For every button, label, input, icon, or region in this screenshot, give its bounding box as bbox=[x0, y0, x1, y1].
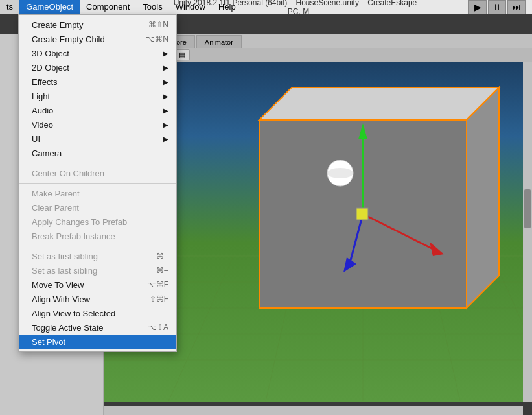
menu-item-clear-parent[interactable]: Clear Parent bbox=[19, 200, 176, 215]
arrow-icon: ▶ bbox=[163, 107, 168, 114]
menubar-item-gameobject[interactable]: GameObject bbox=[19, 0, 80, 14]
menubar-item-help[interactable]: Help bbox=[212, 0, 242, 14]
menu-item-video[interactable]: Video ▶ bbox=[19, 117, 176, 132]
menu-item-center-on-children[interactable]: Center On Children bbox=[19, 166, 176, 180]
menubar-item-window[interactable]: Window bbox=[169, 0, 212, 14]
menu-item-first-sibling[interactable]: Set as first sibling ⌘= bbox=[19, 249, 176, 263]
svg-marker-12 bbox=[467, 88, 499, 308]
menubar-item-tools[interactable]: Tools bbox=[136, 0, 168, 14]
separator-1 bbox=[19, 163, 176, 163]
separator-2 bbox=[19, 183, 176, 184]
step-button[interactable]: ⏭ bbox=[507, 0, 526, 14]
scrollbar-thumb-v[interactable] bbox=[524, 189, 531, 228]
menu-item-align-with-view[interactable]: Align With View ⇧⌘F bbox=[19, 292, 176, 306]
menu-item-toggle-active[interactable]: Toggle Active State ⌥⇧A bbox=[19, 320, 176, 335]
svg-rect-19 bbox=[356, 208, 368, 220]
svg-line-1 bbox=[168, 256, 233, 401]
arrow-icon: ▶ bbox=[163, 64, 168, 71]
menu-item-make-parent[interactable]: Make Parent bbox=[19, 186, 176, 200]
separator-3 bbox=[19, 246, 176, 246]
menu-item-last-sibling[interactable]: Set as last sibling ⌘– bbox=[19, 263, 176, 278]
menu-item-apply-changes[interactable]: Apply Changes To Prefab bbox=[19, 215, 176, 229]
menu-item-create-empty-child[interactable]: Create Empty Child ⌥⌘N bbox=[19, 32, 176, 46]
tab-animator[interactable]: Animator bbox=[196, 35, 242, 48]
menu-item-create-empty[interactable]: Create Empty ⌘⇧N bbox=[19, 18, 176, 32]
menu-item-break-prefab[interactable]: Break Prefab Instance bbox=[19, 229, 176, 243]
menu-item-set-pivot[interactable]: Set Pivot bbox=[19, 335, 176, 349]
menu-item-audio[interactable]: Audio ▶ bbox=[19, 103, 176, 117]
menu-item-align-view-selected[interactable]: Align View to Selected bbox=[19, 306, 176, 320]
pause-button[interactable]: ⏸ bbox=[488, 0, 506, 14]
menu-item-ui[interactable]: UI ▶ bbox=[19, 132, 176, 146]
menubar: ts GameObject Component Tools Window Hel… bbox=[0, 0, 532, 14]
arrow-icon: ▶ bbox=[163, 50, 168, 57]
menu-item-effects[interactable]: Effects ▶ bbox=[19, 75, 176, 89]
menu-item-move-to-view[interactable]: Move To View ⌥⌘F bbox=[19, 278, 176, 292]
gameobject-menu: Create Empty ⌘⇧N Create Empty Child ⌥⌘N … bbox=[18, 14, 177, 352]
vertical-scrollbar[interactable] bbox=[523, 48, 532, 402]
menu-item-3d-object[interactable]: 3D Object ▶ bbox=[19, 46, 176, 60]
menu-item-light[interactable]: Light ▶ bbox=[19, 89, 176, 103]
svg-point-21 bbox=[327, 168, 353, 178]
arrow-icon: ▶ bbox=[163, 93, 168, 100]
menubar-item-component[interactable]: Component bbox=[80, 0, 136, 14]
arrow-icon: ▶ bbox=[163, 136, 168, 143]
arrow-icon: ▶ bbox=[163, 121, 168, 128]
play-button[interactable]: ▶ bbox=[468, 0, 487, 14]
horizontal-scrollbar[interactable] bbox=[104, 406, 523, 415]
menu-item-2d-object[interactable]: 2D Object ▶ bbox=[19, 60, 176, 75]
svg-marker-11 bbox=[259, 88, 499, 120]
play-controls: ▶ ⏸ ⏭ bbox=[468, 0, 526, 14]
arrow-icon: ▶ bbox=[163, 78, 168, 86]
menubar-item-ts[interactable]: ts bbox=[0, 0, 19, 14]
menu-item-camera[interactable]: Camera bbox=[19, 146, 176, 160]
